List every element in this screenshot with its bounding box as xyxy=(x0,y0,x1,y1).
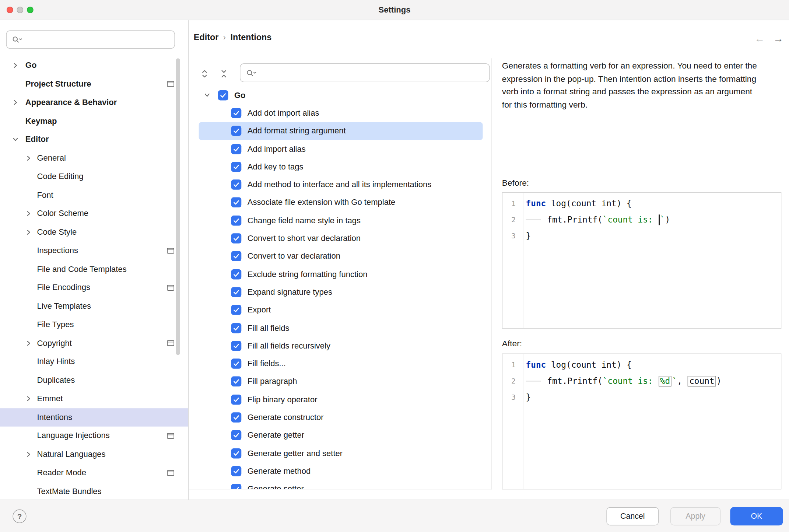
collapse-all-icon[interactable] xyxy=(218,69,229,79)
chevron-right-icon[interactable] xyxy=(26,155,31,161)
checkbox-checked-icon[interactable] xyxy=(231,251,242,262)
checkbox-checked-icon[interactable] xyxy=(231,377,242,387)
apply-button[interactable]: Apply xyxy=(670,507,720,525)
checkbox-checked-icon[interactable] xyxy=(231,358,242,369)
chevron-right-icon[interactable] xyxy=(26,230,31,235)
checkbox-checked-icon[interactable] xyxy=(231,179,242,190)
intention-row-generate-getter[interactable]: Generate getter xyxy=(199,426,483,444)
intention-row-generate-method[interactable]: Generate method xyxy=(199,462,483,480)
intention-row-add-import-alias[interactable]: Add import alias xyxy=(199,140,483,158)
sidebar-item-duplicates[interactable]: Duplicates xyxy=(0,371,188,389)
sidebar-item-appearance-behavior[interactable]: Appearance & Behavior xyxy=(0,93,188,112)
sidebar-scrollbar[interactable] xyxy=(176,58,180,355)
breadcrumb-item-editor[interactable]: Editor xyxy=(194,32,219,43)
intention-row-add-dot-import-alias[interactable]: Add dot import alias xyxy=(199,104,483,122)
zoom-window-button[interactable] xyxy=(27,7,34,13)
intention-row-add-format-string-argument[interactable]: Add format string argument xyxy=(199,122,483,140)
intention-row-fill-paragraph[interactable]: Fill paragraph xyxy=(199,372,483,391)
intention-row-generate-setter[interactable]: Generate setter xyxy=(199,480,483,489)
checkbox-checked-icon[interactable] xyxy=(231,162,242,172)
intention-row-fill-all-fields[interactable]: Fill all fields xyxy=(199,319,483,337)
intention-row-expand-signature-types[interactable]: Expand signature types xyxy=(199,283,483,301)
sidebar-item-color-scheme[interactable]: Color Scheme xyxy=(0,204,188,223)
checkbox-checked-icon[interactable] xyxy=(231,341,242,351)
checkbox-checked-icon[interactable] xyxy=(231,233,242,244)
checkbox-checked-icon[interactable] xyxy=(231,197,242,208)
back-arrow-icon[interactable]: ← xyxy=(754,34,765,44)
intention-row-convert-to-var-declaration[interactable]: Convert to var declaration xyxy=(199,247,483,265)
code-line: 3} xyxy=(502,228,781,244)
intention-row-add-method-to-interface-and-all-its-implementations[interactable]: Add method to interface and all its impl… xyxy=(199,176,483,194)
sidebar-item-general[interactable]: General xyxy=(0,149,188,167)
checkbox-checked-icon[interactable] xyxy=(231,126,242,136)
tree-group-go[interactable]: Go xyxy=(199,86,483,104)
breadcrumb-item-intentions[interactable]: Intentions xyxy=(231,32,272,43)
sidebar-item-file-encodings[interactable]: File Encodings xyxy=(0,279,188,297)
sidebar-item-reader-mode[interactable]: Reader Mode xyxy=(0,463,188,482)
chevron-down-icon[interactable] xyxy=(202,92,212,98)
intention-row-generate-getter-and-setter[interactable]: Generate getter and setter xyxy=(199,444,483,462)
sidebar-item-editor[interactable]: Editor xyxy=(0,130,188,149)
sidebar-item-file-and-code-templates[interactable]: File and Code Templates xyxy=(0,260,188,279)
chevron-right-icon[interactable] xyxy=(26,452,31,457)
intention-row-generate-constructor[interactable]: Generate constructor xyxy=(199,409,483,427)
checkbox-checked-icon[interactable] xyxy=(231,430,242,441)
checkbox-checked-icon[interactable] xyxy=(231,466,242,476)
sidebar-search-input[interactable] xyxy=(6,31,175,49)
intention-row-export[interactable]: Export xyxy=(199,301,483,319)
sidebar-item-code-style[interactable]: Code Style xyxy=(0,223,188,241)
close-window-button[interactable] xyxy=(7,7,13,13)
intentions-search-input[interactable] xyxy=(240,63,490,82)
cancel-button[interactable]: Cancel xyxy=(606,507,659,525)
sidebar-item-keymap[interactable]: Keymap xyxy=(0,112,188,130)
chevron-right-icon[interactable] xyxy=(26,396,31,402)
sidebar-item-intentions[interactable]: Intentions xyxy=(0,408,188,426)
sidebar-item-inspections[interactable]: Inspections xyxy=(0,241,188,260)
sidebar-item-emmet[interactable]: Emmet xyxy=(0,389,188,408)
checkbox-checked-icon[interactable] xyxy=(231,395,242,405)
intention-row-add-key-to-tags[interactable]: Add key to tags xyxy=(199,158,483,176)
expand-all-icon[interactable] xyxy=(199,69,210,79)
intention-row-fill-fields[interactable]: Fill fields... xyxy=(199,355,483,373)
chevron-down-icon[interactable] xyxy=(13,137,18,142)
checkbox-checked-icon[interactable] xyxy=(231,484,242,489)
intention-row-flip-binary-operator[interactable]: Flip binary operator xyxy=(199,391,483,409)
ok-button[interactable]: OK xyxy=(730,507,783,525)
checkbox-checked-icon[interactable] xyxy=(231,323,242,333)
checkbox-checked-icon[interactable] xyxy=(231,108,242,118)
forward-arrow-icon[interactable]: → xyxy=(773,34,783,44)
checkbox-checked-icon[interactable] xyxy=(231,144,242,154)
minimize-window-button[interactable] xyxy=(17,7,23,13)
chevron-right-icon[interactable] xyxy=(13,100,18,105)
chevron-right-icon[interactable] xyxy=(26,211,31,216)
sidebar-item-go[interactable]: Go xyxy=(0,56,188,75)
checkbox-checked-icon[interactable] xyxy=(231,269,242,279)
intention-row-exclude-string-formatting-function[interactable]: Exclude string formatting function xyxy=(199,265,483,283)
sidebar-item-code-editing[interactable]: Code Editing xyxy=(0,167,188,186)
intention-row-fill-all-fields-recursively[interactable]: Fill all fields recursively xyxy=(199,337,483,355)
sidebar-item-file-types[interactable]: File Types xyxy=(0,315,188,334)
sidebar-item-inlay-hints[interactable]: Inlay Hints xyxy=(0,353,188,371)
sidebar-item-language-injections[interactable]: Language Injections xyxy=(0,427,188,445)
checkbox-checked-icon[interactable] xyxy=(231,448,242,458)
sidebar-item-copyright[interactable]: Copyright xyxy=(0,334,188,352)
sidebar-item-label: Emmet xyxy=(37,394,63,403)
intention-row-change-field-name-style-in-tags[interactable]: Change field name style in tags xyxy=(199,211,483,230)
checkbox-checked-icon[interactable] xyxy=(218,90,228,101)
intention-label: Convert to var declaration xyxy=(248,252,340,261)
checkbox-checked-icon[interactable] xyxy=(231,216,242,226)
sidebar-item-live-templates[interactable]: Live Templates xyxy=(0,297,188,315)
checkbox-checked-icon[interactable] xyxy=(231,412,242,423)
intention-row-convert-to-short-var-declaration[interactable]: Convert to short var declaration xyxy=(199,230,483,248)
sidebar-item-font[interactable]: Font xyxy=(0,186,188,204)
help-button[interactable]: ? xyxy=(13,509,26,523)
checkbox-checked-icon[interactable] xyxy=(231,287,242,297)
chevron-right-icon[interactable] xyxy=(13,63,18,68)
intention-row-associate-file-extension-with-go-template[interactable]: Associate file extension with Go templat… xyxy=(199,194,483,212)
sidebar-item-textmate-bundles[interactable]: TextMate Bundles xyxy=(0,482,188,499)
sidebar-item-project-structure[interactable]: Project Structure xyxy=(0,75,188,93)
sidebar-item-label: Language Injections xyxy=(37,431,109,440)
sidebar-item-natural-languages[interactable]: Natural Languages xyxy=(0,445,188,463)
checkbox-checked-icon[interactable] xyxy=(231,305,242,315)
chevron-right-icon[interactable] xyxy=(26,340,31,346)
